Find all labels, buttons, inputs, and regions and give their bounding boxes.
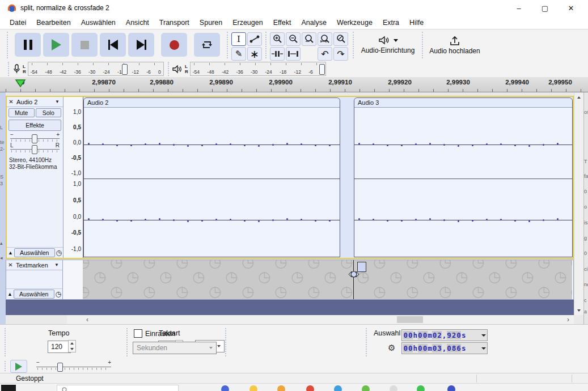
timeline-ruler[interactable]: 602,998702,998802,998902,999002,999102,9… — [0, 77, 588, 92]
selection-end-field[interactable]: 00h00m03,086s — [401, 342, 488, 354]
clip-header[interactable]: Audio 3 — [354, 98, 572, 108]
gain-slider[interactable]: − + — [10, 134, 60, 143]
play-meter-grip[interactable] — [168, 62, 171, 76]
envelope-tool-button[interactable] — [247, 32, 262, 46]
loop-button[interactable] — [194, 33, 220, 57]
menu-item[interactable]: Effekt — [268, 17, 297, 28]
snap-unit-select[interactable]: Sekunden — [133, 342, 217, 354]
play-button[interactable] — [43, 33, 69, 57]
time-signature-toolbar-grip[interactable] — [5, 328, 8, 356]
track-menu-caret-icon[interactable]: ▼ — [55, 99, 63, 104]
zoom-selection-button[interactable] — [302, 32, 316, 46]
menu-item[interactable]: Spuren — [194, 17, 227, 28]
scroll-up-arrow[interactable] — [574, 93, 583, 102]
play-speed-slider-handle[interactable] — [57, 363, 63, 372]
taskbar-app-icon[interactable] — [306, 385, 314, 391]
selection-start-dropdown-icon[interactable] — [481, 334, 486, 337]
menu-item[interactable]: Datei — [5, 17, 31, 28]
taskbar-app-icon[interactable] — [362, 385, 370, 391]
tempo-input[interactable]: 120 — [48, 341, 71, 353]
track-select-button[interactable]: Auswählen — [14, 248, 55, 257]
zoom-in-button[interactable] — [270, 32, 285, 46]
scroll-down-arrow[interactable] — [574, 306, 583, 315]
undo-button[interactable]: ↶ — [318, 47, 332, 61]
label-track-collapse-button[interactable]: ▲ — [7, 291, 12, 297]
silence-selection-button[interactable] — [286, 47, 301, 61]
taskbar-app-icon[interactable] — [390, 385, 397, 391]
clock-icon[interactable]: ◷ — [56, 249, 62, 257]
pause-button[interactable] — [15, 33, 41, 57]
taskbar-app-icon[interactable] — [417, 385, 425, 391]
skip-to-end-button[interactable] — [128, 33, 154, 57]
label-track-title[interactable]: Textmarken — [15, 262, 54, 269]
track-close-button[interactable]: ✕ — [7, 99, 15, 105]
tools-toolbar-grip[interactable] — [227, 32, 230, 58]
selection-settings-gear-icon[interactable]: ⚙ — [388, 343, 395, 353]
label-track-select-button[interactable]: Auswählen — [14, 290, 54, 299]
menu-item[interactable]: Extra — [378, 17, 404, 28]
solo-button[interactable]: Solo — [36, 108, 62, 117]
playback-meter[interactable]: LR -54-48-42-36-30-24-18-12-60 — [172, 62, 326, 76]
label-track-content[interactable]: ◷◷◷◷◷◷◷◷◷◷◷◷◷◷◷◷◷◷◷◷◷◷◷◷◷◷◷◷◷◷◷◷◷◷◷◷◷◷◷◷… — [83, 260, 572, 299]
playback-volume-slider-handle[interactable] — [319, 64, 325, 75]
play-at-speed-grip[interactable] — [5, 361, 8, 371]
audio-setup-toolbar-grip[interactable] — [353, 32, 356, 58]
taskbar-search-box[interactable] — [57, 385, 179, 391]
menu-item[interactable]: Auswählen — [76, 17, 121, 28]
redo-button[interactable]: ↷ — [333, 47, 348, 61]
selection-toolbar-grip[interactable] — [366, 328, 369, 356]
snap-checkbox[interactable] — [134, 329, 142, 338]
track-collapse-button[interactable]: ▲ — [8, 250, 13, 256]
taskbar-app-icon[interactable] — [221, 385, 229, 391]
snap-toolbar-grip[interactable] — [126, 328, 130, 356]
taskbar-app-icon[interactable] — [334, 385, 342, 391]
selection-start-field[interactable]: 00h00m02,920s — [401, 329, 488, 341]
audio-clip[interactable]: Audio 3 — [354, 97, 573, 257]
scroll-left-arrow[interactable]: ‹ — [83, 315, 92, 324]
minimize-button[interactable]: – — [506, 0, 532, 16]
clip-header[interactable]: Audio 2 — [84, 98, 340, 108]
clock-icon[interactable]: ◷ — [56, 290, 61, 298]
play-at-speed-button[interactable] — [10, 360, 27, 373]
menu-item[interactable]: Bearbeiten — [31, 17, 75, 28]
multi-tool-button[interactable]: ∗ — [247, 47, 262, 61]
label-track-menu-caret-icon[interactable]: ▼ — [54, 262, 62, 267]
close-button[interactable]: ✕ — [558, 0, 584, 16]
record-button[interactable] — [161, 33, 187, 57]
vertical-scale-ruler[interactable]: 1,00,50,0-0,5-1,0 1,00,50,0-0,5-1,0 — [64, 97, 83, 258]
edit-toolbar-grip[interactable] — [265, 32, 269, 58]
zoom-toggle-button[interactable] — [333, 32, 348, 46]
menu-item[interactable]: Ansicht — [121, 17, 154, 28]
transport-toolbar-grip[interactable] — [7, 32, 10, 58]
horizontal-scrollbar-thumb[interactable] — [397, 316, 423, 323]
zoom-fit-button[interactable] — [318, 32, 332, 46]
scroll-right-arrow[interactable]: › — [564, 315, 573, 324]
play-speed-slider[interactable]: − + — [36, 362, 111, 373]
taskbar-app-icon[interactable] — [447, 385, 455, 391]
audio-clip[interactable]: Audio 2 — [83, 97, 340, 257]
tempo-spinner[interactable] — [68, 340, 76, 352]
gain-slider-handle[interactable] — [32, 134, 37, 143]
draw-tool-button[interactable]: ✎ — [231, 47, 246, 61]
taskbar-app-icon[interactable] — [249, 385, 257, 391]
share-toolbar-grip[interactable] — [422, 32, 425, 58]
selection-tool-button[interactable]: I — [231, 32, 246, 46]
pan-slider[interactable]: L R — [10, 144, 60, 154]
record-meter-grip[interactable] — [8, 62, 11, 76]
stop-button[interactable] — [71, 33, 98, 57]
mute-button[interactable]: Mute — [9, 108, 35, 117]
menu-item[interactable]: Erzeugen — [227, 17, 268, 28]
label-handle-icon[interactable] — [348, 270, 359, 279]
maximize-button[interactable]: ▢ — [532, 0, 558, 16]
audio-setup-button[interactable]: Audio-Einrichtung — [357, 32, 418, 58]
taskbar-app-icon[interactable] — [277, 385, 285, 391]
timeline-pin-icon[interactable] — [15, 79, 26, 88]
menu-item[interactable]: Hilfe — [404, 17, 429, 28]
waveform-area[interactable]: Audio 2 Audio 3 — [83, 97, 573, 258]
pan-slider-handle[interactable] — [32, 145, 37, 154]
menu-item[interactable]: Analyse — [296, 17, 331, 28]
record-volume-slider-handle[interactable] — [122, 64, 128, 75]
windows-start-icon[interactable] — [1, 385, 16, 391]
horizontal-scrollbar[interactable]: ‹ › — [67, 315, 574, 324]
label-track-close-button[interactable]: ✕ — [6, 262, 15, 268]
